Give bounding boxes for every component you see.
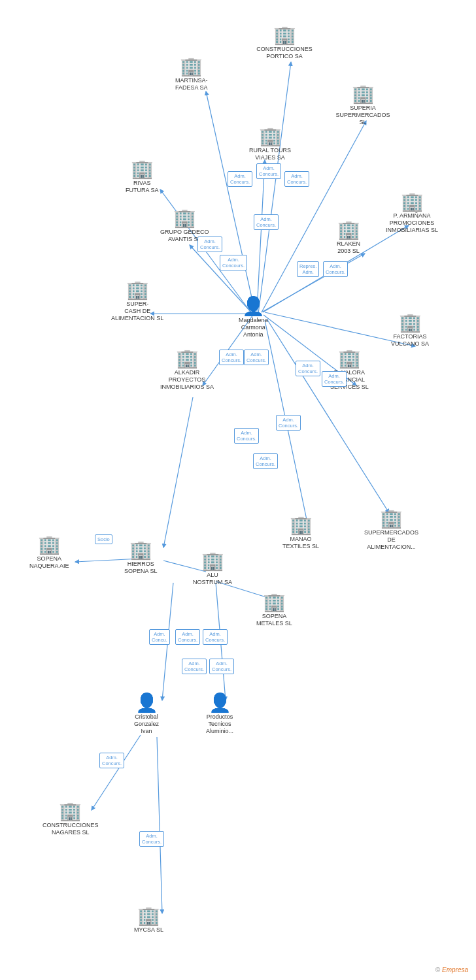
node-label: CONSTRUCCIONESNAGARES SL bbox=[42, 822, 99, 836]
node-cristobal[interactable]: 👤 CristobalGonzalezIvan bbox=[134, 694, 159, 734]
badge-adm-concurs-11[interactable]: Adm.Concurs. bbox=[322, 371, 347, 387]
node-super-cash[interactable]: 🏢 SUPER-CASH DEALIMENTACION SL bbox=[111, 281, 163, 321]
building-icon: 🏢 bbox=[173, 209, 196, 227]
badge-adm-concurs-14[interactable]: Adm.Concurs. bbox=[253, 453, 278, 469]
badge-adm-concurs-17[interactable]: Adm.Concurs. bbox=[203, 629, 228, 645]
node-supermercados-alimentacion[interactable]: 🏢 SUPERMERCADOSDEALIMENTACION... bbox=[364, 510, 418, 550]
badge-adm-concu-15[interactable]: Adm.Concu. bbox=[149, 629, 170, 645]
building-icon: 🏢 bbox=[176, 350, 199, 368]
node-alu-nostrum[interactable]: 🏢 ALUNOSTRUM SA bbox=[193, 552, 232, 586]
person-icon: 👤 bbox=[242, 297, 265, 316]
node-martinsa-fadesa[interactable]: 🏢 MARTINSA-FADESA SA bbox=[175, 57, 208, 91]
badge-label: Repres.Adm. bbox=[297, 261, 319, 277]
badge-adm-concurs-16[interactable]: Adm.Concurs. bbox=[175, 629, 200, 645]
node-label: MANAOTEXTILES SL bbox=[282, 536, 319, 550]
node-sopena-metales[interactable]: 🏢 SOPENAMETALES SL bbox=[256, 593, 292, 627]
node-label: RLAKEN2003 SL bbox=[337, 240, 360, 255]
node-label: SUPERIASUPERMERCADOS SL bbox=[333, 105, 392, 125]
node-label: RIVASFUTURA SA bbox=[126, 180, 159, 194]
badge-label: Adm.Concurs. bbox=[182, 659, 207, 674]
badge-label: Adm.Concurs. bbox=[139, 831, 164, 847]
badge-adm-concurs-18[interactable]: Adm.Concurs. bbox=[182, 659, 207, 674]
building-icon: 🏢 bbox=[259, 127, 282, 146]
badge-adm-concurs-4[interactable]: Adm.Concurs. bbox=[254, 214, 279, 230]
badge-label: Adm.Concurs. bbox=[228, 171, 252, 187]
svg-line-20 bbox=[92, 735, 141, 810]
building-icon: 🏢 bbox=[338, 350, 361, 368]
badge-adm-concurs-2[interactable]: Adm.Concurs. bbox=[256, 163, 281, 179]
building-icon: 🏢 bbox=[352, 85, 375, 103]
node-rlaken[interactable]: 🏢 RLAKEN2003 SL bbox=[337, 221, 360, 255]
badge-repres-adm[interactable]: Repres.Adm. bbox=[297, 261, 319, 277]
badge-label: Socio bbox=[95, 534, 112, 544]
node-magdalena[interactable]: 👤 MagdalenaCarmonaAntonia bbox=[239, 297, 268, 338]
node-factorias-vulcano[interactable]: 🏢 FACTORIASVULCANO SA bbox=[391, 314, 429, 348]
badge-label: Adm.Concurs. bbox=[244, 350, 269, 365]
badge-label: Adm.Concurs. bbox=[256, 163, 281, 179]
badge-adm-concurs-8[interactable]: Adm.Concurs. bbox=[219, 350, 244, 365]
building-icon: 🏢 bbox=[337, 221, 360, 239]
graph-container: 🏢 CONSTRUCCIONES PORTICO SA 🏢 MARTINSA-F… bbox=[0, 0, 476, 980]
node-manao-textiles[interactable]: 🏢 MANAOTEXTILES SL bbox=[282, 516, 319, 550]
node-construcciones-nagares[interactable]: 🏢 CONSTRUCCIONESNAGARES SL bbox=[42, 802, 99, 836]
node-label: MYCSA SL bbox=[134, 926, 163, 934]
badge-label: Adm.Concurs. bbox=[234, 428, 259, 444]
badge-label: Adm.Concurs. bbox=[253, 453, 278, 469]
badge-label: Adm.Concurs. bbox=[323, 261, 348, 277]
node-hierros-sopena[interactable]: 🏢 HIERROSSOPENA SL bbox=[124, 541, 158, 575]
node-sopena-naquera[interactable]: 🏢 SOPENANAQUERA AIE bbox=[29, 536, 69, 570]
node-productos-tecnicos[interactable]: 👤 ProductosTecnicosAluminio... bbox=[206, 694, 233, 734]
badge-adm-concourse-6[interactable]: Adm.Concours. bbox=[220, 255, 247, 270]
badge-adm-concurs-20[interactable]: Adm.Concurs. bbox=[99, 753, 124, 768]
building-icon: 🏢 bbox=[263, 593, 286, 612]
badge-adm-concurs-21[interactable]: Adm.Concurs. bbox=[139, 831, 164, 847]
badge-adm-concurs-1[interactable]: Adm.Concurs. bbox=[228, 171, 252, 187]
badge-label: Adm.Concu. bbox=[149, 629, 170, 645]
node-label: CristobalGonzalezIvan bbox=[134, 713, 159, 734]
node-label: SUPERMERCADOSDEALIMENTACION... bbox=[364, 529, 418, 550]
badge-adm-concurs-19[interactable]: Adm.Concurs. bbox=[209, 659, 234, 674]
node-rural-tours[interactable]: 🏢 RURAL TOURS VIAJES SA bbox=[241, 127, 299, 161]
node-label: ALUNOSTRUM SA bbox=[193, 572, 232, 586]
badge-label: Adm.Concurs. bbox=[197, 237, 222, 252]
badge-label: Adm.Concurs. bbox=[219, 350, 244, 365]
building-icon: 🏢 bbox=[59, 802, 82, 821]
node-mycsa[interactable]: 🏢 MYCSA SL bbox=[134, 907, 163, 934]
node-label: SOPENAMETALES SL bbox=[256, 613, 292, 627]
svg-line-21 bbox=[157, 737, 162, 913]
badge-label: Adm.Concurs. bbox=[209, 659, 234, 674]
badge-label: Adm.Concurs. bbox=[175, 629, 200, 645]
person-icon: 👤 bbox=[209, 694, 231, 712]
node-label: SUPER-CASH DEALIMENTACION SL bbox=[111, 301, 163, 321]
node-alkadir[interactable]: 🏢 ALKADIRPROYECTOSINMOBILIARIOS SA bbox=[160, 350, 214, 390]
node-label: RURAL TOURS VIAJES SA bbox=[241, 147, 299, 161]
node-label: SOPENANAQUERA AIE bbox=[29, 555, 69, 570]
svg-line-1 bbox=[206, 91, 255, 312]
badge-adm-concurs-3[interactable]: Adm.Concurs. bbox=[284, 171, 309, 187]
node-superia[interactable]: 🏢 SUPERIASUPERMERCADOS SL bbox=[333, 85, 392, 125]
node-label: MagdalenaCarmonaAntonia bbox=[239, 317, 268, 338]
badge-adm-concurs-5[interactable]: Adm.Concurs. bbox=[197, 237, 222, 252]
node-p-arminana[interactable]: 🏢 P. ARMIÑANAPROMOCIONESINMOBILIARIAS SL bbox=[386, 193, 438, 233]
badge-label: Adm.Concurs. bbox=[296, 361, 320, 376]
badge-adm-concurs-13[interactable]: Adm.Concurs. bbox=[234, 428, 259, 444]
node-rivas-futura[interactable]: 🏢 RIVASFUTURA SA bbox=[126, 160, 159, 194]
node-label: ALKADIRPROYECTOSINMOBILIARIOS SA bbox=[160, 369, 214, 390]
badge-socio[interactable]: Socio bbox=[95, 534, 112, 544]
badge-adm-concurs-10[interactable]: Adm.Concurs. bbox=[296, 361, 320, 376]
node-construcciones-portico[interactable]: 🏢 CONSTRUCCIONES PORTICO SA bbox=[255, 26, 314, 60]
badge-adm-concurs-7[interactable]: Adm.Concurs. bbox=[323, 261, 348, 277]
badge-label: Adm.Concurs. bbox=[203, 629, 228, 645]
badge-adm-concurs-9[interactable]: Adm.Concurs. bbox=[244, 350, 269, 365]
building-icon: 🏢 bbox=[180, 57, 203, 76]
node-label: CONSTRUCCIONES PORTICO SA bbox=[255, 46, 314, 60]
building-icon: 🏢 bbox=[126, 281, 149, 299]
node-label: ProductosTecnicosAluminio... bbox=[206, 713, 233, 734]
brand-name: Empresa bbox=[442, 966, 468, 973]
building-icon: 🏢 bbox=[290, 516, 313, 534]
svg-line-0 bbox=[258, 62, 291, 314]
node-label: HIERROSSOPENA SL bbox=[124, 561, 158, 575]
badge-adm-concurs-12[interactable]: Adm.Concurs. bbox=[276, 415, 301, 431]
badge-label: Adm.Concours. bbox=[220, 255, 247, 270]
building-icon: 🏢 bbox=[131, 160, 154, 178]
